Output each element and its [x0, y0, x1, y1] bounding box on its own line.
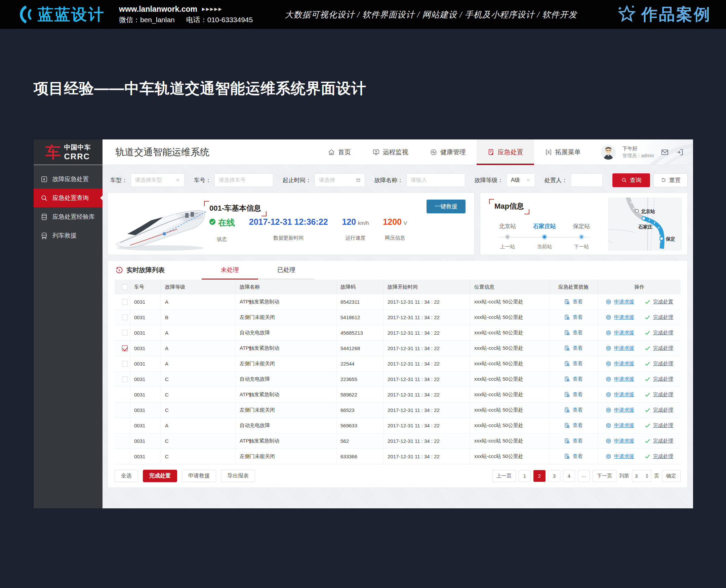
- sidebar-item-train-rescue[interactable]: 列车救援: [34, 226, 103, 245]
- list-footer: 全选 完成处置 申请救援 导出报表 上一页 1 2 3 4 ··· 下一页 到第: [108, 464, 687, 482]
- page-goto-stepper[interactable]: 3: [632, 470, 651, 482]
- nav-item-emergency[interactable]: 应急处置: [477, 140, 534, 165]
- apply-rescue-link[interactable]: 申请求援: [605, 376, 634, 382]
- nav-item-expand-menu[interactable]: 拓展菜单: [534, 140, 592, 165]
- row-checkbox[interactable]: [122, 330, 128, 336]
- stepper-arrows-icon[interactable]: [646, 474, 648, 478]
- select-all-checkbox[interactable]: [122, 284, 128, 290]
- page-ellipsis[interactable]: ···: [578, 470, 590, 482]
- complete-handle-link[interactable]: 完成处理: [644, 360, 673, 367]
- row-checkbox[interactable]: [122, 299, 128, 305]
- complete-handle-link[interactable]: 完成处理: [644, 345, 673, 352]
- search-icon: [40, 194, 48, 202]
- map-info-card: Map信息 北京站 石家庄站 保定站: [480, 192, 688, 255]
- apply-rescue-link[interactable]: 申请求援: [605, 407, 634, 413]
- check-icon: [644, 438, 651, 444]
- apply-rescue-link[interactable]: 申请求援: [605, 438, 634, 444]
- apply-rescue-link[interactable]: 申请求援: [605, 299, 634, 305]
- app-header: 车 中国中车 CRRC 轨道交通智能运维系统 首页 远程监视 健康管理 应急: [34, 140, 693, 165]
- greeting-text: 下午好: [622, 145, 654, 152]
- row-checkbox[interactable]: [122, 376, 128, 382]
- nav-item-health[interactable]: 健康管理: [419, 140, 477, 165]
- complete-handle-link[interactable]: 完成处理: [644, 392, 673, 398]
- view-link[interactable]: 查看: [564, 392, 583, 398]
- fault-name-input[interactable]: [406, 173, 465, 187]
- one-key-rescue-button[interactable]: 一键救援: [427, 200, 465, 213]
- fault-emergency-icon: [40, 175, 48, 183]
- fault-level-select[interactable]: A级: [506, 173, 535, 187]
- apply-rescue-link[interactable]: 申请求援: [605, 453, 634, 460]
- apply-rescue-link[interactable]: 申请求援: [605, 392, 634, 398]
- complete-handle-link[interactable]: 完成处理: [644, 407, 673, 413]
- apply-rescue-link[interactable]: 申请求援: [605, 314, 634, 320]
- page-button[interactable]: 1: [519, 470, 531, 482]
- export-report-button[interactable]: 导出报表: [221, 470, 255, 482]
- complete-handle-link[interactable]: 完成处理: [644, 376, 673, 382]
- stat-voltage: 1200V 网压信息: [383, 217, 407, 243]
- view-link[interactable]: 查看: [564, 422, 583, 429]
- goto-confirm-button[interactable]: 确定: [662, 470, 681, 482]
- arrows-decoration: ▶▶▶▶▶: [202, 6, 223, 12]
- date-picker[interactable]: 请选择: [315, 173, 365, 187]
- apply-rescue-link[interactable]: 申请求援: [605, 422, 634, 429]
- car-no-input[interactable]: [214, 173, 273, 187]
- complete-handle-link[interactable]: 完成处理: [644, 453, 673, 460]
- tab-unhandled[interactable]: 未处理: [202, 261, 258, 279]
- complete-handle-button[interactable]: 完成处置: [143, 470, 177, 482]
- lifebuoy-icon: [605, 360, 612, 367]
- row-checkbox[interactable]: [122, 361, 128, 366]
- fault-name-label: 故障名称：: [374, 176, 403, 184]
- complete-handle-link[interactable]: 完成处理: [644, 330, 673, 336]
- select-all-button[interactable]: 全选: [115, 470, 138, 482]
- complete-handle-link[interactable]: 完成处理: [644, 422, 673, 429]
- view-link[interactable]: 查看: [564, 438, 583, 444]
- reset-button[interactable]: 重置: [654, 173, 688, 187]
- logout-icon[interactable]: [676, 148, 684, 156]
- table-row: 0031 C ATP触发紧急制动 589622 2017-12-31 11 : …: [115, 387, 681, 402]
- filter-bar: 车型： 请选择车型 车号： 起止时间： 请选择 故障名称： 故障等级： A级: [107, 170, 688, 190]
- avatar[interactable]: [601, 145, 616, 160]
- view-link[interactable]: 查看: [564, 407, 583, 413]
- view-link[interactable]: 查看: [564, 330, 583, 336]
- mail-icon[interactable]: [661, 148, 669, 156]
- sidebar-item-emergency-query[interactable]: 应急处置查询: [34, 189, 103, 207]
- view-link[interactable]: 查看: [564, 453, 583, 460]
- lifebuoy-icon: [605, 438, 612, 444]
- check-icon: [644, 360, 651, 367]
- prev-page-button[interactable]: 上一页: [492, 470, 516, 482]
- check-icon: [644, 314, 651, 320]
- handler-input[interactable]: [571, 173, 603, 187]
- apply-rescue-link[interactable]: 申请求援: [605, 330, 634, 336]
- nav-item-home[interactable]: 首页: [317, 140, 362, 165]
- car-type-select[interactable]: 请选择车型: [131, 173, 185, 187]
- apply-rescue-link[interactable]: 申请求援: [605, 345, 634, 352]
- view-link[interactable]: 查看: [564, 360, 583, 367]
- apply-rescue-link[interactable]: 申请求援: [605, 360, 634, 367]
- view-link[interactable]: 查看: [564, 314, 583, 320]
- apply-rescue-button[interactable]: 申请救援: [182, 470, 216, 482]
- page-button[interactable]: 2: [534, 470, 545, 482]
- tab-handled[interactable]: 已处理: [258, 261, 315, 279]
- page-button[interactable]: 4: [563, 470, 575, 482]
- crrc-emblem-icon: 车: [45, 145, 61, 160]
- sidebar-item-fault-emergency[interactable]: 故障应急处置: [34, 170, 103, 189]
- train-icon: [40, 232, 48, 239]
- row-checkbox[interactable]: [122, 345, 128, 351]
- row-checkbox[interactable]: [122, 315, 128, 320]
- next-page-button[interactable]: 下一页: [593, 470, 617, 482]
- table-row: 0031 B 左侧门未能关闭 5418612 2017-12-31 11 : 3…: [115, 310, 681, 325]
- view-link[interactable]: 查看: [564, 345, 583, 352]
- search-button[interactable]: 查询: [613, 173, 650, 187]
- table-row: 0031 A ATP触发紧急制动 5441268 2017-12-31 11 :…: [115, 341, 681, 356]
- complete-handle-link[interactable]: 完成处理: [644, 438, 673, 444]
- view-link[interactable]: 查看: [564, 299, 583, 305]
- sidebar-item-experience-library[interactable]: 应急处置经验库: [34, 207, 103, 226]
- nav-item-remote-monitor[interactable]: 远程监视: [362, 140, 419, 165]
- realtime-history-icon: [115, 267, 123, 274]
- view-link[interactable]: 查看: [564, 376, 583, 382]
- page-button[interactable]: 3: [548, 470, 560, 482]
- complete-handle-link[interactable]: 完成处置: [644, 299, 673, 305]
- check-icon: [644, 330, 651, 336]
- complete-handle-link[interactable]: 完成处理: [644, 314, 673, 320]
- user-role-text: 管理员：admin: [622, 152, 654, 159]
